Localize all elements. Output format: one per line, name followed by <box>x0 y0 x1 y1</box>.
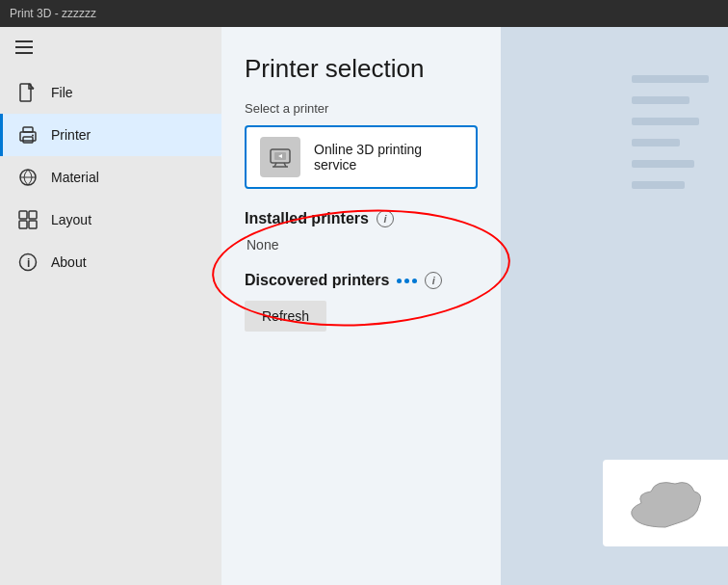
dot-1 <box>397 279 402 283</box>
svg-rect-6 <box>23 137 33 143</box>
preview-area <box>501 27 728 585</box>
material-icon <box>18 168 38 187</box>
dot-3 <box>412 279 417 283</box>
sidebar-item-layout[interactable]: Layout <box>0 199 221 241</box>
installed-printers-title: Installed printers <box>245 210 369 227</box>
discovered-printers-title: Discovered printers <box>245 272 389 289</box>
svg-rect-1 <box>15 46 33 48</box>
sidebar-item-material[interactable]: Material <box>0 156 221 199</box>
preview-line-3 <box>632 118 699 125</box>
preview-lines <box>632 75 709 189</box>
select-printer-label: Select a printer <box>245 101 478 116</box>
sidebar: File Printer Material <box>0 27 221 585</box>
preview-line-6 <box>632 181 685 189</box>
svg-rect-12 <box>29 221 37 228</box>
sidebar-item-file-label: File <box>51 85 73 100</box>
svg-point-7 <box>32 135 34 137</box>
sidebar-item-about[interactable]: i About <box>0 241 221 283</box>
about-icon: i <box>18 253 38 272</box>
svg-rect-10 <box>29 211 37 219</box>
online-service-icon <box>260 137 300 177</box>
title-bar: Print 3D - zzzzzz <box>0 0 728 27</box>
layout-icon <box>18 210 38 229</box>
preview-box <box>603 460 728 546</box>
preview-line-1 <box>632 75 709 83</box>
file-icon <box>18 83 38 102</box>
svg-rect-0 <box>15 40 33 42</box>
preview-line-2 <box>632 96 689 104</box>
dot-2 <box>404 279 409 283</box>
printer-icon <box>18 125 38 145</box>
svg-rect-5 <box>23 127 33 132</box>
preview-line-5 <box>632 160 694 168</box>
sidebar-item-file[interactable]: File <box>0 71 221 114</box>
svg-rect-11 <box>19 221 27 228</box>
svg-rect-2 <box>15 52 33 54</box>
online-service-label: Online 3D printing service <box>314 142 462 173</box>
sidebar-item-printer-label: Printer <box>51 127 91 143</box>
svg-text:i: i <box>27 256 30 270</box>
title-bar-text: Print 3D - zzzzzz <box>10 7 96 20</box>
3d-preview-shape <box>622 474 709 532</box>
printer-panel: Printer selection Select a printer Onlin… <box>221 27 501 585</box>
installed-printers-header: Installed printers i <box>245 210 478 227</box>
panel-title: Printer selection <box>245 54 478 84</box>
refresh-button[interactable]: Refresh <box>245 301 326 332</box>
discovered-printers-header: Discovered printers i <box>245 272 478 289</box>
loading-dots <box>397 279 417 283</box>
svg-rect-9 <box>19 211 27 219</box>
sidebar-item-printer[interactable]: Printer <box>0 114 221 156</box>
sidebar-item-material-label: Material <box>51 170 99 185</box>
discovered-printers-info-icon[interactable]: i <box>425 272 442 289</box>
preview-line-4 <box>632 139 680 146</box>
online-service-button[interactable]: Online 3D printing service <box>245 125 478 189</box>
sidebar-item-about-label: About <box>51 254 87 270</box>
hamburger-button[interactable] <box>0 27 221 71</box>
sidebar-item-layout-label: Layout <box>51 212 91 227</box>
installed-printers-none: None <box>245 237 478 253</box>
installed-printers-info-icon[interactable]: i <box>377 210 394 227</box>
